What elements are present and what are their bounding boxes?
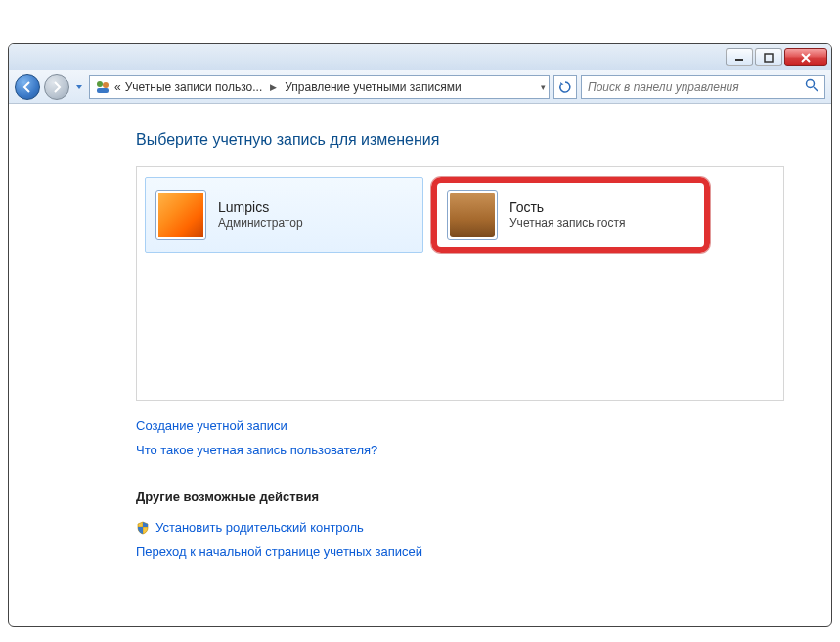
other-actions-header: Другие возможные действия bbox=[136, 486, 784, 510]
users-icon bbox=[95, 79, 111, 95]
close-button[interactable] bbox=[784, 48, 827, 66]
address-dropdown-icon[interactable]: ▾ bbox=[538, 82, 549, 92]
search-bar[interactable] bbox=[581, 75, 825, 99]
refresh-button[interactable] bbox=[553, 75, 577, 99]
forward-button[interactable] bbox=[44, 74, 69, 100]
titlebar bbox=[9, 44, 831, 70]
account-info: Lumpics Администратор bbox=[218, 198, 303, 232]
breadcrumb-prefix: « bbox=[114, 80, 121, 94]
address-bar[interactable]: « Учетные записи пользо... ▶ Управление … bbox=[89, 75, 550, 99]
breadcrumb-arrow-icon[interactable]: ▶ bbox=[267, 82, 280, 92]
forward-arrow-icon bbox=[50, 80, 64, 94]
content-area: Выберите учетную запись для изменения Lu… bbox=[9, 104, 831, 583]
account-name: Lumpics bbox=[218, 198, 303, 216]
back-button[interactable] bbox=[15, 74, 40, 100]
minimize-button[interactable] bbox=[726, 48, 753, 66]
navbar: « Учетные записи пользо... ▶ Управление … bbox=[9, 70, 831, 104]
account-role: Администратор bbox=[218, 216, 303, 232]
action-links: Создание учетной записи Что такое учетна… bbox=[136, 414, 784, 564]
maximize-button[interactable] bbox=[755, 48, 782, 66]
search-input[interactable] bbox=[588, 80, 799, 94]
what-is-account-link[interactable]: Что такое учетная запись пользователя? bbox=[136, 439, 377, 463]
svg-point-5 bbox=[807, 79, 815, 87]
svg-line-6 bbox=[814, 87, 818, 91]
avatar bbox=[447, 190, 498, 240]
account-info: Гость Учетная запись гостя bbox=[509, 198, 626, 232]
refresh-icon bbox=[558, 80, 572, 94]
maximize-icon bbox=[764, 53, 774, 63]
close-icon bbox=[800, 53, 812, 63]
back-arrow-icon bbox=[21, 80, 34, 94]
account-role: Учетная запись гостя bbox=[509, 216, 626, 232]
accounts-list: Lumpics Администратор Гость Учетная запи… bbox=[136, 166, 784, 401]
svg-rect-0 bbox=[735, 59, 743, 61]
parental-control-link[interactable]: Установить родительский контроль bbox=[155, 516, 364, 540]
page-title: Выберите учетную запись для изменения bbox=[136, 131, 784, 149]
flower-avatar-icon bbox=[158, 193, 203, 237]
avatar bbox=[155, 190, 206, 240]
chevron-down-icon bbox=[75, 83, 83, 91]
go-home-link[interactable]: Переход к начальной странице учетных зап… bbox=[136, 540, 422, 565]
create-account-link[interactable]: Создание учетной записи bbox=[136, 414, 287, 439]
breadcrumb-root[interactable]: « Учетные записи пользо... bbox=[90, 76, 267, 98]
svg-point-2 bbox=[97, 81, 103, 87]
breadcrumb-seg1: Учетные записи пользо... bbox=[125, 80, 263, 94]
account-card-lumpics[interactable]: Lumpics Администратор bbox=[145, 177, 423, 253]
history-dropdown[interactable] bbox=[73, 75, 85, 99]
svg-rect-1 bbox=[765, 54, 773, 62]
shield-icon bbox=[136, 521, 150, 535]
account-card-guest[interactable]: Гость Учетная запись гостя bbox=[431, 177, 710, 253]
briefcase-avatar-icon bbox=[450, 193, 495, 237]
control-panel-window: « Учетные записи пользо... ▶ Управление … bbox=[8, 43, 832, 627]
breadcrumb-seg2-wrap[interactable]: Управление учетными записями bbox=[280, 76, 465, 98]
account-name: Гость bbox=[509, 198, 626, 216]
search-icon bbox=[805, 78, 818, 96]
svg-rect-4 bbox=[97, 88, 109, 93]
minimize-icon bbox=[734, 53, 744, 63]
svg-point-3 bbox=[103, 82, 109, 88]
breadcrumb-seg2: Управление учетными записями bbox=[285, 80, 461, 94]
